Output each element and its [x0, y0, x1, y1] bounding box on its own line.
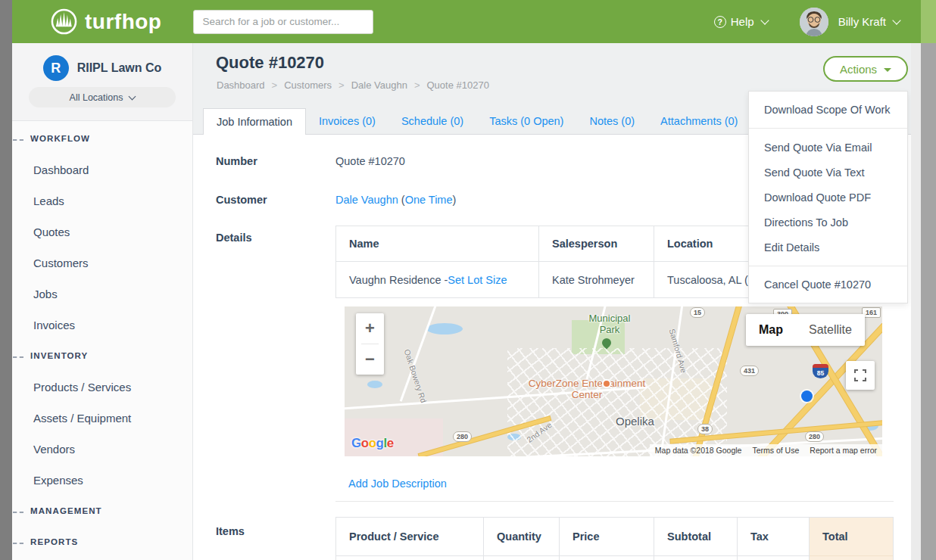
- location-selector[interactable]: All Locations: [29, 87, 176, 107]
- route-shield: 431: [740, 366, 759, 376]
- help-menu[interactable]: ? Help: [714, 15, 768, 28]
- zoom-out-button[interactable]: −: [356, 344, 384, 375]
- map-park-label: Municipal Park: [579, 313, 640, 335]
- divider: [335, 501, 894, 502]
- tab-tasks[interactable]: Tasks (0 Open): [476, 109, 576, 134]
- avatar-photo: [800, 8, 828, 36]
- items-header-total: Total: [810, 518, 893, 556]
- sidebar: R RIIPL Lawn Co All Locations WORKFLOW D…: [12, 43, 193, 560]
- tab-invoices[interactable]: Invoices (0): [306, 109, 388, 134]
- section-dash-decoration: [13, 139, 23, 141]
- add-job-description-link[interactable]: Add Job Description: [348, 478, 447, 490]
- brand-logo[interactable]: turfhop: [50, 8, 161, 36]
- menu-item-send-quote-via-email[interactable]: Send Quote Via Email: [749, 135, 907, 160]
- sidebar-section-management[interactable]: MANAGEMENT: [12, 496, 192, 527]
- details-cell-name: Vaughn Residence - Set Lot Size: [336, 262, 538, 297]
- help-label: Help: [731, 15, 754, 28]
- route-shield: 280: [453, 431, 472, 442]
- sidebar-item-invoices[interactable]: Invoices: [12, 310, 192, 341]
- company-name: RIIPL Lawn Co: [77, 61, 162, 75]
- sidebar-item-dashboard[interactable]: Dashboard: [12, 154, 192, 185]
- page-title: Quote #10270: [216, 53, 324, 73]
- menu-item-cancel-quote[interactable]: Cancel Quote #10270: [749, 266, 907, 303]
- sidebar-section-reports[interactable]: REPORTS: [12, 527, 192, 558]
- window-edge-strip: [0, 0, 12, 560]
- number-value: Quote #10270: [335, 155, 405, 167]
- map-city-label: Opelika: [616, 415, 654, 428]
- sidebar-item-leads[interactable]: Leads: [12, 185, 192, 216]
- zoom-in-button[interactable]: +: [356, 313, 384, 344]
- sidebar-item-expenses[interactable]: Expenses: [12, 465, 192, 496]
- sidebar-item-quotes[interactable]: Quotes: [12, 216, 192, 247]
- items-label: Items: [216, 525, 245, 537]
- help-icon: ?: [714, 16, 726, 28]
- user-avatar[interactable]: [800, 8, 828, 36]
- brand-name: turfhop: [85, 10, 161, 34]
- items-cell: [484, 556, 559, 560]
- section-dash-decoration: [13, 543, 23, 544]
- map-zoom-control: + −: [356, 313, 384, 375]
- poi-marker-icon: [602, 379, 611, 388]
- actions-button[interactable]: Actions: [823, 56, 908, 82]
- menu-item-download-quote-pdf[interactable]: Download Quote PDF: [749, 185, 907, 210]
- breadcrumb-separator: >: [339, 79, 345, 91]
- map-canvas[interactable]: Municipal Park CyberZone Entertainment C…: [345, 306, 882, 456]
- map-view-button[interactable]: Map: [746, 314, 796, 346]
- sidebar-section-workflow: WORKFLOW: [12, 123, 192, 154]
- caret-down-icon: [884, 68, 891, 72]
- map-type-control: Map Satellite: [746, 314, 865, 346]
- sidebar-item-assets-equipment[interactable]: Assets / Equipment: [12, 403, 192, 434]
- set-lot-size-link[interactable]: Set Lot Size: [448, 274, 507, 286]
- customer-value: Dale Vaughn (One Time): [335, 194, 456, 206]
- details-cell-salesperson: Kate Strohmeyer: [539, 262, 654, 297]
- page-scrollbar-track[interactable]: [911, 43, 921, 560]
- tab-notes[interactable]: Notes (0): [576, 109, 647, 134]
- details-header-salesperson: Salesperson: [539, 226, 654, 262]
- interstate-shield: 85: [813, 364, 828, 378]
- menu-item-edit-details[interactable]: Edit Details: [749, 235, 907, 260]
- paren: ): [453, 194, 457, 206]
- details-label: Details: [216, 232, 252, 244]
- route-shield: 15: [690, 307, 705, 318]
- customer-type-link[interactable]: One Time: [405, 194, 453, 206]
- sidebar-item-customers[interactable]: Customers: [12, 247, 192, 278]
- menu-item-download-scope-of-work[interactable]: Download Scope Of Work: [749, 92, 907, 128]
- sidebar-item-products-services[interactable]: Products / Services: [12, 372, 192, 403]
- report-map-error-link[interactable]: Report a map error: [810, 446, 877, 455]
- sidebar-nav: WORKFLOW Dashboard Leads Quotes Customer…: [12, 121, 192, 558]
- search-input[interactable]: [193, 10, 373, 34]
- sidebar-section-inventory: INVENTORY: [12, 341, 192, 372]
- menu-item-directions-to-job[interactable]: Directions To Job: [749, 210, 907, 235]
- window-scrollbar-thumb[interactable]: [921, 0, 936, 560]
- tab-schedule[interactable]: Schedule (0): [388, 109, 476, 134]
- tab-attachments[interactable]: Attachments (0): [647, 109, 750, 134]
- menu-item-send-quote-via-text[interactable]: Send Quote Via Text: [749, 160, 907, 185]
- window-scrollbar-top: [921, 0, 936, 43]
- satellite-view-button[interactable]: Satellite: [796, 314, 865, 346]
- items-cell: [810, 556, 893, 560]
- breadcrumb-customers[interactable]: Customers: [284, 79, 332, 91]
- breadcrumb-current: Quote #10270: [426, 79, 488, 91]
- chevron-down-icon: [892, 16, 900, 24]
- items-header-tax: Tax: [738, 518, 809, 556]
- user-name[interactable]: Billy Kraft: [838, 15, 886, 28]
- fullscreen-button[interactable]: [846, 361, 875, 390]
- tab-job-information[interactable]: Job Information: [203, 108, 306, 135]
- items-header-quantity: Quantity: [484, 518, 559, 556]
- sidebar-item-jobs[interactable]: Jobs: [12, 278, 192, 310]
- terms-of-use-link[interactable]: Terms of Use: [752, 446, 799, 455]
- route-shield: 280: [805, 431, 824, 442]
- breadcrumb-dashboard[interactable]: Dashboard: [217, 79, 265, 91]
- google-logo[interactable]: Google: [351, 436, 394, 451]
- breadcrumb-customer-name[interactable]: Dale Vaughn: [351, 79, 407, 91]
- customer-link[interactable]: Dale Vaughn: [335, 194, 398, 206]
- items-header-price: Price: [560, 518, 654, 556]
- sidebar-item-vendors[interactable]: Vendors: [12, 434, 192, 465]
- chevron-down-icon: [760, 16, 769, 24]
- map-poi-label: CyberZone Entertainment Center: [519, 378, 655, 400]
- actions-dropdown-menu: Download Scope Of Work Send Quote Via Em…: [748, 91, 908, 303]
- company-badge: R: [43, 55, 69, 81]
- customer-label: Customer: [216, 194, 267, 206]
- items-cell: [336, 556, 483, 560]
- grass-icon: [50, 8, 78, 36]
